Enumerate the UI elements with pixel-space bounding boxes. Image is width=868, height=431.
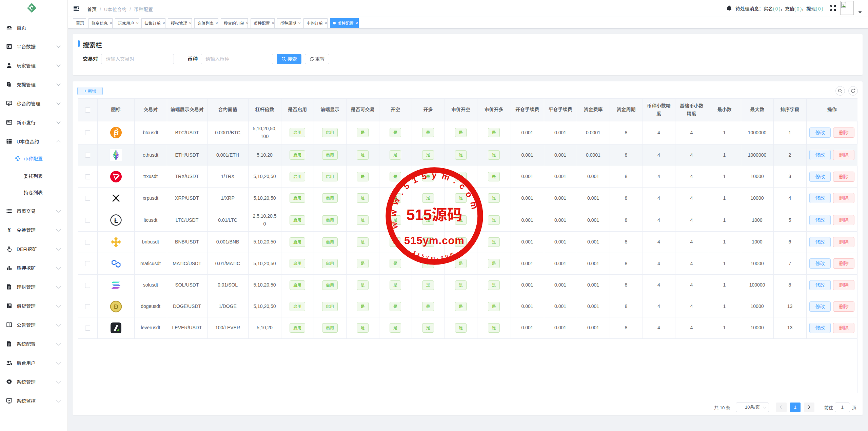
- svg-text:Đ: Đ: [114, 303, 118, 310]
- svg-text:¥: ¥: [7, 227, 11, 233]
- svg-text:515源码: 515源码: [406, 206, 462, 223]
- svg-text:Ł: Ł: [114, 217, 118, 224]
- svg-text:515ym.com: 515ym.com: [404, 235, 465, 247]
